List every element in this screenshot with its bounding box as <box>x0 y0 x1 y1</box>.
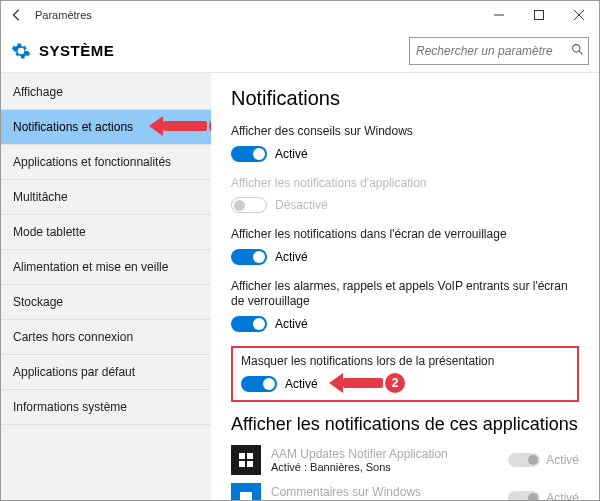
sidebar-item-applications[interactable]: Applications et fonctionnalités <box>1 145 211 180</box>
main-panel: Notifications Afficher des conseils sur … <box>211 73 599 500</box>
app-icon-aam <box>231 445 261 475</box>
search-box[interactable] <box>409 37 589 65</box>
setting-app-notifications: Afficher les notifications d'application… <box>231 176 579 214</box>
svg-rect-4 <box>239 453 245 459</box>
svg-rect-6 <box>239 461 245 467</box>
app-row[interactable]: Commentaires sur Windows Activé : Banniè… <box>231 483 579 500</box>
toggle-lockscreen[interactable] <box>231 249 267 265</box>
annotation-badge-2: 2 <box>385 373 405 393</box>
setting-presentation: Masquer les notifications lors de la pré… <box>241 354 569 392</box>
sidebar-item-notifications[interactable]: Notifications et actions 1 <box>1 110 211 145</box>
app-icon-feedback <box>231 483 261 500</box>
close-button[interactable] <box>559 1 599 29</box>
svg-rect-5 <box>247 453 253 459</box>
sidebar-item-infos[interactable]: Informations système <box>1 390 211 425</box>
sidebar-item-affichage[interactable]: Affichage <box>1 75 211 110</box>
sidebar-item-alimentation[interactable]: Alimentation et mise en veille <box>1 250 211 285</box>
svg-line-3 <box>579 51 582 54</box>
sidebar-item-multitache[interactable]: Multitâche <box>1 180 211 215</box>
svg-point-2 <box>573 44 580 51</box>
toggle-app-feedback[interactable] <box>508 491 540 500</box>
toggle-alarms[interactable] <box>231 316 267 332</box>
header: SYSTÈME <box>1 29 599 73</box>
toggle-app-aam[interactable] <box>508 453 540 467</box>
sidebar-item-tablette[interactable]: Mode tablette <box>1 215 211 250</box>
search-icon <box>571 43 584 59</box>
toggle-presentation[interactable] <box>241 376 277 392</box>
apps-heading: Afficher les notifications de ces applic… <box>231 414 579 436</box>
search-input[interactable] <box>416 44 567 58</box>
setting-alarms-voip: Afficher les alarmes, rappels et appels … <box>231 279 579 332</box>
svg-rect-7 <box>247 461 253 467</box>
back-button[interactable] <box>1 1 33 29</box>
section-title: SYSTÈME <box>39 42 409 59</box>
toggle-tips[interactable] <box>231 146 267 162</box>
sidebar-item-cartes[interactable]: Cartes hors connexion <box>1 320 211 355</box>
window-title: Paramètres <box>33 9 479 21</box>
sidebar-item-stockage[interactable]: Stockage <box>1 285 211 320</box>
highlight-presentation: Masquer les notifications lors de la pré… <box>231 346 579 402</box>
sidebar: Affichage Notifications et actions 1 App… <box>1 73 211 500</box>
setting-tips: Afficher des conseils sur Windows Activé <box>231 124 579 162</box>
minimize-button[interactable] <box>479 1 519 29</box>
toggle-app-notifications <box>231 197 267 213</box>
setting-lockscreen-notifications: Afficher les notifications dans l'écran … <box>231 227 579 265</box>
page-heading: Notifications <box>231 87 579 110</box>
sidebar-item-apps-defaut[interactable]: Applications par défaut <box>1 355 211 390</box>
app-row[interactable]: AAM Updates Notifier Application Activé … <box>231 445 579 475</box>
maximize-button[interactable] <box>519 1 559 29</box>
svg-rect-1 <box>535 11 544 20</box>
titlebar: Paramètres <box>1 1 599 29</box>
settings-gear-icon <box>11 41 31 61</box>
